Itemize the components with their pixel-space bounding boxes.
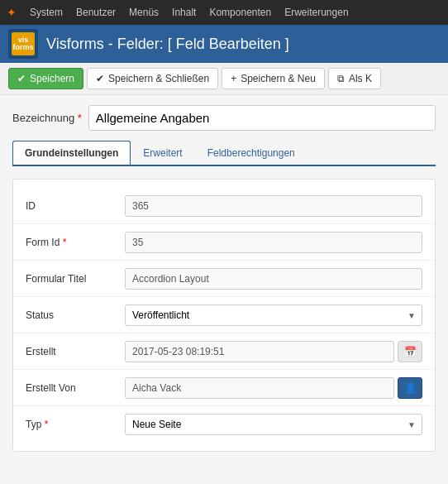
status-select-wrapper: Veröffentlicht Unveröffentlicht Archivie… <box>125 304 422 326</box>
visforms-logo: vis forms <box>8 29 38 59</box>
tab-feldberechtigungen[interactable]: Feldberechtigungen <box>195 141 307 165</box>
field-label-erstellt: Erstellt <box>26 346 125 357</box>
copy-icon: ⧉ <box>337 73 345 84</box>
field-label-formid: Form Id * <box>26 237 125 248</box>
save-close-icon: ✔ <box>96 73 104 84</box>
field-row-erstellt-von: Erstellt Von 👤 <box>13 370 435 406</box>
field-input-id[interactable] <box>125 195 422 217</box>
field-input-formid[interactable] <box>125 232 422 253</box>
calendar-button[interactable]: 📅 <box>398 341 422 362</box>
nav-item-benutzer[interactable]: Benutzer <box>76 7 116 18</box>
title-bar: vis forms Visforms - Felder: [ Feld Bear… <box>0 25 448 63</box>
field-label-formular-titel: Formular Titel <box>26 273 125 285</box>
nav-item-inhalt[interactable]: Inhalt <box>172 7 196 18</box>
save-icon: ✔ <box>17 73 26 84</box>
field-row-formular-titel: Formular Titel <box>13 261 435 297</box>
field-label-typ: Typ * <box>26 419 125 430</box>
field-row-erstellt: Erstellt 📅 <box>13 333 435 370</box>
field-select-typ[interactable]: Neue Seite Option 2 <box>125 414 422 435</box>
nav-item-menus[interactable]: Menüs <box>129 7 159 18</box>
nav-item-system[interactable]: System <box>30 7 63 18</box>
top-navigation: ✦ System Benutzer Menüs Inhalt Komponent… <box>0 0 448 25</box>
content-area: Bezeichnung * Grundeinstellungen Erweite… <box>0 95 448 462</box>
toolbar: ✔ Speichern ✔ Speichern & Schließen + Sp… <box>0 63 448 95</box>
field-input-formular-titel[interactable] <box>125 268 422 290</box>
save-close-button[interactable]: ✔ Speichern & Schließen <box>87 68 218 89</box>
save-new-icon: + <box>231 73 236 84</box>
field-row-typ: Typ * Neue Seite Option 2 ▼ <box>13 406 435 443</box>
nav-item-erweiterungen[interactable]: Erweiterungen <box>284 7 348 18</box>
field-row-status: Status Veröffentlicht Unveröffentlicht A… <box>13 297 435 333</box>
nav-item-komponenten[interactable]: Komponenten <box>209 7 271 18</box>
save-copy-button[interactable]: ⧉ Als K <box>328 68 381 89</box>
field-input-erstellt-von[interactable] <box>125 377 394 399</box>
date-wrapper: 📅 <box>125 341 422 362</box>
field-label-status: Status <box>26 309 125 321</box>
bezeichnung-label: Bezeichnung * <box>12 112 82 124</box>
typ-select-wrapper: Neue Seite Option 2 ▼ <box>125 414 422 435</box>
joomla-logo-icon: ✦ <box>7 6 17 19</box>
field-select-status[interactable]: Veröffentlicht Unveröffentlicht Archivie… <box>125 304 422 326</box>
user-icon: 👤 <box>404 382 417 394</box>
page-title: Visforms - Felder: [ Feld Bearbeiten ] <box>46 36 289 53</box>
calendar-icon: 📅 <box>404 346 417 357</box>
bezeichnung-row: Bezeichnung * <box>12 105 436 131</box>
save-new-button[interactable]: + Speichern & Neu <box>222 68 325 89</box>
field-label-erstellt-von: Erstellt Von <box>26 382 125 394</box>
tab-bar: Grundeinstellungen Erweitert Feldberecht… <box>12 141 436 166</box>
user-select-button[interactable]: 👤 <box>398 377 422 399</box>
field-input-erstellt[interactable] <box>125 341 394 362</box>
bezeichnung-input[interactable] <box>88 105 436 131</box>
field-row-formid: Form Id * <box>13 224 435 261</box>
field-label-id: ID <box>26 200 125 212</box>
tab-grundeinstellungen[interactable]: Grundeinstellungen <box>12 141 131 165</box>
form-section: ID Form Id * Formular Titel Status Veröf… <box>12 179 436 452</box>
tab-erweitert[interactable]: Erweitert <box>131 141 194 165</box>
save-button[interactable]: ✔ Speichern <box>8 68 83 89</box>
field-row-id: ID <box>13 188 435 224</box>
user-wrapper: 👤 <box>125 377 422 399</box>
